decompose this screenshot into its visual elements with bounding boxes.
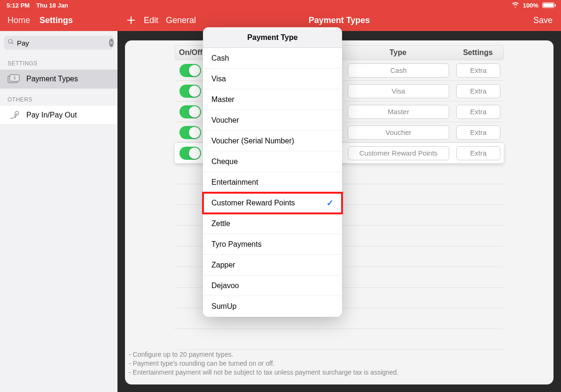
popover-item-label: Customer Reward Points (211, 199, 295, 207)
section-settings-label: SETTINGS (0, 53, 117, 70)
popover-item-label: Cheque (211, 157, 238, 166)
footer-notes: - Configure up to 20 payment types. - Pa… (129, 350, 550, 377)
popover-item-label: Zapper (211, 261, 235, 269)
battery-text: 100% (523, 2, 538, 9)
section-others-label: OTHERS (0, 89, 117, 106)
popover-item[interactable]: Visa (203, 69, 342, 89)
row-toggle[interactable] (179, 105, 201, 118)
popover-item-label: Tyro Payments (211, 240, 262, 249)
popover-item-label: Voucher (211, 116, 239, 125)
sidebar-item-label: Pay In/Pay Out (26, 111, 77, 119)
popover-item[interactable]: Dejavoo (203, 275, 342, 296)
row-extra-button[interactable]: Extra (456, 105, 500, 119)
footer-line: - Entertainment payment will not be subj… (129, 368, 550, 377)
popover-item[interactable]: Voucher (Serial Number) (203, 131, 342, 151)
popover-item-label: Voucher (Serial Number) (211, 137, 294, 145)
row-extra-button[interactable]: Extra (456, 63, 500, 78)
col-settings: Settings (452, 48, 503, 57)
row-type-button[interactable]: Customer Reward Points (348, 146, 449, 160)
popover-item-label: SumUp (211, 302, 236, 311)
status-time: 5:12 PM (7, 2, 30, 9)
popover-title: Payment Type (203, 27, 342, 48)
popover-item[interactable]: Zettle (203, 213, 342, 234)
status-bar: 5:12 PM Thu 18 Jan 100% (0, 0, 561, 10)
sidebar-item-pay-in-out[interactable]: $ Pay In/Pay Out (0, 106, 117, 125)
pay-in-out-icon: $ (8, 110, 20, 120)
popover-item[interactable]: Cheque (203, 151, 342, 172)
popover-item-label: Master (211, 95, 234, 104)
popover-item-label: Entertainment (211, 178, 258, 187)
row-extra-button[interactable]: Extra (456, 125, 500, 140)
row-toggle[interactable] (179, 85, 201, 98)
search-field[interactable]: ✕ (4, 36, 114, 50)
wifi-icon (512, 2, 519, 9)
settings-nav[interactable]: Settings (39, 16, 73, 25)
general-button[interactable]: General (166, 16, 196, 25)
popover-item-label: Zettle (211, 220, 230, 228)
search-icon (8, 39, 14, 47)
popover-item[interactable]: Entertainment (203, 172, 342, 193)
payment-type-popover: Payment Type CashVisaMasterVoucherVouche… (203, 27, 342, 317)
col-onoff: On/Off (175, 48, 206, 57)
sidebar: Home Settings ✕ SETTINGS $ Payment Types… (0, 0, 117, 392)
popover-item[interactable]: Voucher (203, 110, 342, 131)
popover-item[interactable]: Zapper (203, 255, 342, 275)
popover-item-label: Dejavoo (211, 282, 239, 290)
home-nav[interactable]: Home (8, 16, 30, 25)
row-toggle[interactable] (179, 147, 201, 160)
checkmark-icon: ✓ (327, 198, 334, 208)
row-type-button[interactable]: Cash (348, 63, 449, 78)
row-toggle[interactable] (179, 126, 201, 139)
popover-item[interactable]: Master (203, 89, 342, 110)
popover-item[interactable]: Tyro Payments (203, 234, 342, 255)
clear-icon[interactable]: ✕ (109, 39, 114, 47)
app-root: 5:12 PM Thu 18 Jan 100% Home Settings ✕ (0, 0, 561, 392)
footer-line: - Payment type's rounding can be turned … (129, 359, 550, 368)
popover-item[interactable]: SumUp (203, 296, 342, 317)
row-type-button[interactable]: Visa (348, 84, 449, 98)
popover-item-label: Visa (211, 75, 226, 83)
status-date: Thu 18 Jan (36, 2, 68, 9)
popover-list[interactable]: CashVisaMasterVoucherVoucher (Serial Num… (203, 48, 342, 317)
popover-item[interactable]: Cash (203, 48, 342, 69)
payment-types-icon: $ (8, 74, 20, 84)
footer-line: - Configure up to 20 payment types. (129, 350, 550, 359)
svg-text:$: $ (13, 76, 16, 80)
row-extra-button[interactable]: Extra (456, 146, 500, 160)
row-type-button[interactable]: Voucher (348, 125, 449, 140)
popover-item-label: Cash (211, 54, 229, 63)
col-type: Type (343, 48, 452, 57)
sidebar-item-label: Payment Types (26, 75, 78, 83)
row-extra-button[interactable]: Extra (456, 84, 500, 98)
save-button[interactable]: Save (533, 16, 553, 25)
row-toggle[interactable] (179, 64, 201, 77)
sidebar-item-payment-types[interactable]: $ Payment Types (0, 70, 117, 89)
add-button[interactable] (126, 15, 136, 25)
popover-item[interactable]: Customer Reward Points✓ (203, 193, 342, 213)
search-input[interactable] (17, 39, 106, 47)
empty-row (175, 329, 504, 350)
row-type-button[interactable]: Master (348, 105, 449, 119)
battery-icon (542, 2, 554, 8)
edit-button[interactable]: Edit (144, 16, 158, 25)
